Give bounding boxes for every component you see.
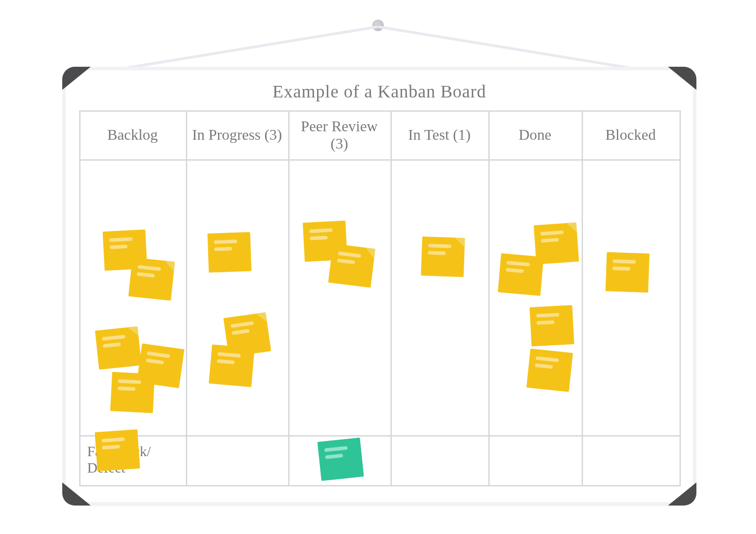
note-lines-icon — [535, 356, 559, 373]
grid-line — [186, 110, 187, 486]
sticky-note — [209, 344, 254, 387]
grid-line — [390, 110, 392, 486]
grid-line — [79, 485, 680, 486]
sticky-note — [129, 257, 175, 301]
sticky-note-defect — [318, 437, 364, 481]
column-header: Done — [488, 110, 582, 159]
note-lines-icon — [101, 437, 125, 453]
grid-line — [582, 110, 583, 486]
note-lines-icon — [102, 335, 126, 351]
grid-line — [79, 159, 680, 161]
note-lines-icon — [117, 379, 141, 395]
grid-line — [79, 435, 680, 437]
grid-line — [288, 110, 290, 486]
grid-line — [680, 110, 681, 486]
note-lines-icon — [109, 237, 133, 253]
note-fold-icon — [256, 312, 267, 324]
sticky-note — [328, 243, 375, 287]
nail-icon — [372, 20, 384, 31]
note-lines-icon — [137, 265, 161, 282]
column-header: Backlog — [79, 110, 186, 159]
column-header: In Progress (3) — [186, 110, 288, 159]
note-lines-icon — [230, 321, 255, 339]
note-lines-icon — [217, 352, 241, 368]
note-fold-icon — [128, 326, 138, 337]
sticky-note — [421, 236, 465, 277]
kanban-grid: BacklogIn Progress (3)Peer Review (3)In … — [79, 110, 680, 486]
sticky-note — [95, 326, 142, 370]
note-fold-icon — [455, 238, 465, 248]
sticky-note — [498, 253, 543, 296]
note-fold-icon — [164, 261, 175, 271]
note-fold-icon — [567, 222, 577, 233]
board-title: Example of a Kanban Board — [66, 81, 693, 102]
sticky-note — [110, 372, 155, 413]
note-lines-icon — [428, 244, 451, 259]
note-lines-icon — [310, 228, 334, 244]
grid-line — [79, 110, 80, 486]
kanban-diagram: Example of a Kanban Board BacklogIn Prog… — [0, 0, 756, 534]
column-header: Peer Review (3) — [288, 110, 390, 159]
sticky-note — [95, 429, 140, 471]
column-header: Blocked — [582, 110, 680, 159]
grid-line — [488, 110, 490, 486]
note-lines-icon — [214, 239, 237, 255]
note-lines-icon — [324, 446, 349, 462]
note-lines-icon — [540, 231, 564, 247]
note-lines-icon — [506, 261, 530, 277]
column-header: In Test (1) — [390, 110, 488, 159]
note-lines-icon — [612, 259, 636, 275]
note-lines-icon — [145, 352, 170, 369]
note-lines-icon — [337, 251, 362, 268]
note-lines-icon — [536, 313, 560, 328]
sticky-note — [527, 348, 573, 392]
sticky-note — [605, 252, 649, 292]
whiteboard: Example of a Kanban Board BacklogIn Prog… — [62, 67, 696, 506]
sticky-note — [207, 232, 251, 272]
note-fold-icon — [364, 247, 375, 259]
sticky-note — [530, 305, 574, 347]
